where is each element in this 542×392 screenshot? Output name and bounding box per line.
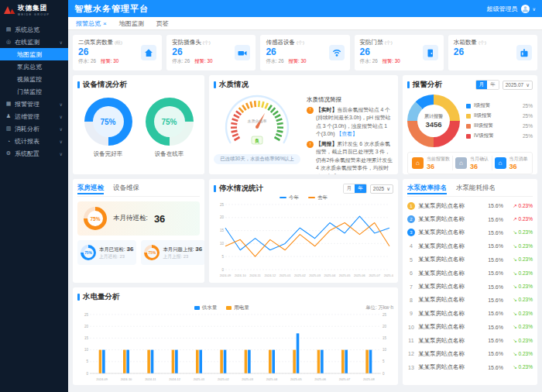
- tab-map-monitoring[interactable]: 地图监测: [119, 19, 144, 28]
- station-name: 某某泵房站点名称: [418, 242, 479, 250]
- tab-alarm-overview[interactable]: 报警总览×: [76, 19, 107, 28]
- minicard-value: 36: [470, 163, 489, 170]
- legend-swatch: [466, 124, 471, 129]
- tab-page[interactable]: 页签: [156, 19, 169, 28]
- efficiency-value: 15.6%: [482, 230, 503, 236]
- device-intact-donut: 75% 设备完好率: [84, 98, 132, 158]
- change-value: ↘ 0.23%: [506, 324, 533, 330]
- legend-label: 去年: [317, 194, 328, 201]
- sidebar-item-maintenance-management[interactable]: ♟运维管理∨: [0, 110, 68, 122]
- ranking-row[interactable]: 2某某泵房站点名称15.6%↗ 0.23%: [407, 212, 533, 225]
- rank-number: 5: [407, 257, 415, 263]
- station-name: 某某泵房站点名称: [418, 270, 479, 277]
- sidebar-item-map-monitoring[interactable]: 地图监测: [0, 48, 68, 60]
- stat-card-sensors[interactable]: 传感器设备 (个) 26 停水: 26报警: 30: [260, 35, 349, 70]
- tab-energy-ranking[interactable]: 水泵能耗排名: [456, 184, 496, 193]
- stop-label: 停水:: [360, 58, 371, 64]
- alarm-label: 报警:: [382, 58, 393, 64]
- ranking-row[interactable]: 7某某泵房站点名称15.6%↘ 0.23%: [407, 280, 533, 293]
- ranking-row[interactable]: 9某某泵房站点名称15.6%↘ 0.23%: [407, 307, 533, 320]
- toggle-year[interactable]: 年: [487, 81, 499, 89]
- ranking-row[interactable]: 12某某泵房站点名称15.6%↘ 0.23%: [407, 347, 533, 360]
- view-link[interactable]: 【查看】: [336, 131, 357, 136]
- gauge-caption: 已连续30天，水质合格率96%以上: [214, 154, 300, 164]
- stat-card-water-tanks[interactable]: 水箱数量 (个) 26: [448, 35, 537, 70]
- ranking-row[interactable]: 13某某泵房站点名称15.6%↘ 0.23%: [407, 361, 533, 374]
- tab-efficiency-ranking[interactable]: 水泵效率排名: [407, 184, 447, 193]
- monitor-icon: ◎: [5, 39, 12, 45]
- legend-label: 今年: [289, 194, 299, 201]
- legend-value: 25%: [523, 113, 533, 119]
- pending-value: 36: [154, 213, 165, 225]
- ranking-row[interactable]: 8某某泵房站点名称15.6%↘ 0.23%: [407, 294, 533, 307]
- svg-text:2025-05: 2025-05: [290, 377, 302, 381]
- stat-unit: (个): [297, 40, 304, 45]
- ranking-row[interactable]: 1某某泵房站点名称15.6%↗ 0.23%: [407, 199, 533, 212]
- tab-equipment-maintenance[interactable]: 设备维保: [113, 184, 139, 193]
- month-year-toggle: 月 年: [343, 184, 367, 194]
- ranking-row[interactable]: 5某某泵房站点名称15.6%↘ 0.23%: [407, 253, 533, 266]
- ranking-row[interactable]: 4某某泵房站点名称15.6%↘ 0.23%: [407, 239, 533, 253]
- ranking-row[interactable]: 3某某泵房站点名称15.6%↘ 0.23%: [407, 226, 533, 239]
- tank-icon: [516, 45, 532, 60]
- stat-card-access-doors[interactable]: 安防门禁 (个) 26 停水: 26报警: 30: [355, 35, 444, 70]
- station-name: 某某泵房站点名称: [418, 215, 479, 223]
- close-icon[interactable]: ×: [103, 20, 107, 27]
- toggle-month[interactable]: 月: [344, 184, 355, 193]
- ranking-row[interactable]: 6某某泵房站点名称15.6%↘ 0.23%: [407, 266, 533, 280]
- sidebar-item-system-config[interactable]: ⚙系统配置∨: [0, 147, 68, 160]
- tab-pump-inspection[interactable]: 泵房巡检: [77, 184, 104, 193]
- rank-medal-icon: 2: [407, 215, 415, 223]
- efficiency-value: 15.6%: [482, 365, 503, 370]
- svg-text:良: 良: [255, 138, 259, 143]
- station-name: 某某泵房站点名称: [418, 310, 479, 318]
- alarm-minicard: ⌂当月消单36: [492, 156, 531, 170]
- legend-swatch: [466, 114, 471, 119]
- ranking-row[interactable]: 11某某泵房站点名称15.6%↘ 0.23%: [407, 334, 533, 347]
- rank-number: 9: [407, 311, 415, 316]
- sidebar-item-alarm-management[interactable]: ▦报警管理∨: [0, 98, 68, 110]
- stat-value: 26: [172, 46, 212, 58]
- pie-icon: ◔: [5, 139, 12, 144]
- station-name: 某某泵房站点名称: [418, 350, 479, 358]
- water-quality-brief: 水质情况简报 ! 【实时】当前余氯报警站点 4 个(持续时间最长3.0h)，pH…: [307, 93, 393, 174]
- user-menu[interactable]: 超级管理员 ∨: [487, 5, 536, 13]
- sidebar-item-online-monitoring[interactable]: ◎在线监测∨: [0, 36, 68, 48]
- minicard-value: 36: [509, 163, 528, 170]
- chevron-down-icon: ∨: [60, 139, 63, 144]
- period-select[interactable]: 2025.07∨: [503, 81, 533, 90]
- sidebar-item-label: 运维管理: [15, 112, 39, 121]
- panel-title: 水电量分析: [77, 292, 120, 302]
- stat-card-pump-rooms[interactable]: 二供泵房数量 (组) 26 停水: 26报警: 30: [73, 35, 162, 70]
- sidebar-item-pump-room-overview[interactable]: 泵房总览: [0, 60, 68, 73]
- panel-title: 设备情况分析: [77, 80, 200, 90]
- alarm-donut-chart: 累计报警 3456: [407, 95, 460, 147]
- sidebar-item-consumption-analysis[interactable]: ▥消耗分析∨: [0, 122, 68, 135]
- sidebar-item-statistics-reports[interactable]: ◔统计报表∨: [0, 135, 68, 147]
- sidebar-item-video-monitoring[interactable]: 视频监控: [0, 73, 68, 85]
- toggle-year[interactable]: 年: [355, 184, 366, 193]
- done-inspection-card: 75% 本月已巡检: 36 上月巡检: 23: [77, 240, 136, 265]
- pending-label: 本月待巡检:: [113, 214, 148, 223]
- user-name: 超级管理员: [487, 5, 518, 13]
- bar-legend: 供水量 用电量: [77, 304, 365, 311]
- sidebar-item-system-overview[interactable]: ▤系统总览: [0, 23, 68, 36]
- svg-text:2025-03: 2025-03: [242, 377, 253, 381]
- legend-row: III级报警25%: [466, 122, 533, 129]
- legend-row: IV级报警25%: [466, 132, 533, 139]
- year-select[interactable]: 2025∨: [370, 184, 393, 194]
- sidebar-item-access-monitoring[interactable]: 门禁监控: [0, 85, 68, 98]
- stat-value: 26: [78, 46, 122, 58]
- station-name: 某某泵房站点名称: [418, 323, 479, 331]
- ranking-row[interactable]: 10某某泵房站点名称15.6%↘ 0.23%: [407, 321, 533, 334]
- rank-number: 6: [407, 270, 415, 276]
- ring-value: 75%: [147, 248, 157, 258]
- stat-card-cameras[interactable]: 安防摄像头 (个) 26 停水: 26报警: 30: [166, 35, 256, 70]
- sidebar-item-label: 视频监控: [17, 75, 42, 84]
- change-value: ↘ 0.23%: [506, 229, 533, 236]
- legend-swatch: [280, 197, 286, 198]
- stat-unit: (个): [203, 40, 211, 45]
- card-label: 本月已巡检:: [99, 246, 125, 252]
- toggle-month[interactable]: 月: [476, 81, 488, 89]
- ring-value: 75%: [87, 211, 103, 226]
